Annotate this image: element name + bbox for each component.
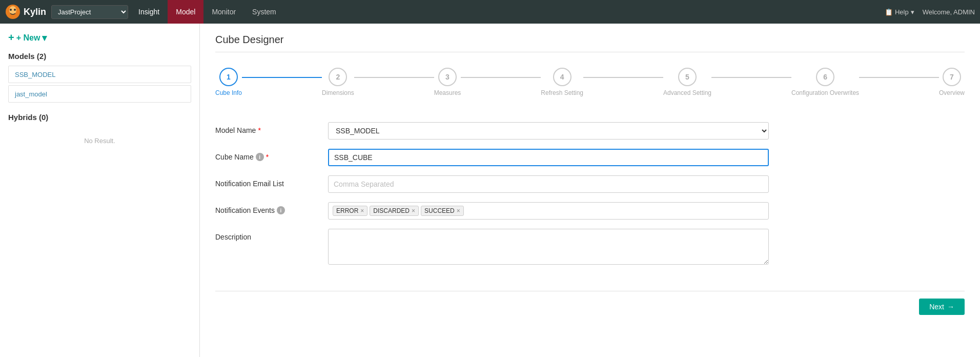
- cube-name-control: [328, 149, 769, 166]
- connector-5-6: [711, 77, 791, 78]
- nav-item-insight[interactable]: Insight: [130, 0, 168, 24]
- project-selector[interactable]: JastProject: [51, 5, 128, 19]
- step-6-label: Configuration Overwrites: [791, 89, 859, 96]
- models-section-title: Models (2): [8, 52, 191, 61]
- connector-4-5: [583, 77, 663, 78]
- main-content: Cube Designer 1 Cube Info 2 Dimensions 3…: [200, 24, 980, 357]
- next-button[interactable]: Next →: [919, 299, 965, 315]
- step-4[interactable]: 4 Refresh Setting: [541, 68, 583, 96]
- next-arrow-icon: →: [947, 303, 954, 311]
- models-list: SSB_MODEL jast_model: [8, 66, 191, 103]
- svg-point-3: [14, 9, 16, 11]
- new-button[interactable]: + + New ▾: [8, 32, 191, 44]
- stepper: 1 Cube Info 2 Dimensions 3 Measures 4 Re…: [215, 63, 965, 102]
- tag-error-label: ERROR: [336, 207, 358, 214]
- step-6-circle: 6: [816, 68, 834, 86]
- hybrids-section-title: Hybrids (0): [8, 113, 191, 122]
- list-item[interactable]: jast_model: [8, 85, 191, 103]
- notification-events-row: Notification Events i ERROR × DISCARDED …: [215, 202, 965, 220]
- notification-email-control: [328, 175, 769, 193]
- description-label: Description: [215, 229, 328, 241]
- cube-name-required: *: [266, 153, 269, 161]
- connector-1-2: [242, 77, 322, 78]
- notification-events-label: Notification Events i: [215, 202, 328, 214]
- help-button[interactable]: 📋 Help ▾: [885, 8, 914, 16]
- step-2-circle: 2: [329, 68, 347, 86]
- notification-events-control: ERROR × DISCARDED × SUCCEED ×: [328, 202, 769, 220]
- step-3-circle: 3: [438, 68, 457, 86]
- step-7-circle: 7: [943, 68, 961, 86]
- no-result-label: No Result.: [8, 127, 191, 155]
- jast-model-link[interactable]: jast_model: [15, 90, 47, 98]
- cube-name-row: Cube Name i *: [215, 149, 965, 166]
- step-2[interactable]: 2 Dimensions: [322, 68, 354, 96]
- description-row: Description: [215, 229, 965, 266]
- help-chevron-icon: ▾: [911, 8, 914, 16]
- cube-name-info-icon: i: [256, 153, 264, 161]
- step-4-circle: 4: [553, 68, 571, 86]
- topnav-right: 📋 Help ▾ Welcome, ADMIN: [885, 8, 975, 16]
- list-item[interactable]: SSB_MODEL: [8, 66, 191, 83]
- nav-item-model[interactable]: Model: [168, 0, 203, 24]
- step-3-label: Measures: [434, 89, 461, 96]
- welcome-label: Welcome, ADMIN: [923, 8, 975, 16]
- notification-events-info-icon: i: [277, 206, 285, 214]
- tag-error-remove[interactable]: ×: [360, 207, 364, 214]
- step-1-circle: 1: [219, 68, 238, 86]
- step-1-label: Cube Info: [215, 89, 242, 96]
- description-control: [328, 229, 769, 266]
- connector-6-7: [859, 77, 939, 78]
- ssb-model-link[interactable]: SSB_MODEL: [15, 71, 55, 78]
- description-input[interactable]: [328, 229, 769, 265]
- step-5[interactable]: 5 Advanced Setting: [663, 68, 711, 96]
- connector-2-3: [354, 77, 434, 78]
- plus-icon: +: [8, 32, 14, 44]
- tag-discarded-label: DISCARDED: [373, 207, 410, 214]
- svg-point-2: [10, 9, 12, 11]
- notification-email-input[interactable]: [328, 175, 769, 193]
- tag-discarded-remove[interactable]: ×: [412, 207, 415, 214]
- step-4-label: Refresh Setting: [541, 89, 583, 96]
- tag-discarded: DISCARDED ×: [370, 206, 419, 216]
- nav-item-monitor[interactable]: Monitor: [203, 0, 244, 24]
- page-title: Cube Designer: [215, 34, 965, 52]
- model-name-row: Model Name * SSB_MODELjast_model: [215, 122, 965, 140]
- model-name-required: *: [258, 126, 260, 134]
- notification-tags-input[interactable]: ERROR × DISCARDED × SUCCEED ×: [328, 202, 769, 220]
- step-1[interactable]: 1 Cube Info: [215, 68, 242, 96]
- step-5-circle: 5: [678, 68, 697, 86]
- kylin-logo-icon: [5, 4, 21, 19]
- sidebar: + + New ▾ Models (2) SSB_MODEL jast_mode…: [0, 24, 200, 357]
- step-5-label: Advanced Setting: [663, 89, 711, 96]
- notification-email-row: Notification Email List: [215, 175, 965, 193]
- model-name-label: Model Name *: [215, 122, 328, 134]
- new-chevron-icon: ▾: [42, 32, 47, 44]
- step-6[interactable]: 6 Configuration Overwrites: [791, 68, 859, 96]
- cube-name-label: Cube Name i *: [215, 149, 328, 161]
- brand-logo: Kylin: [5, 4, 46, 19]
- help-icon: 📋: [885, 8, 893, 16]
- step-7[interactable]: 7 Overview: [939, 68, 965, 96]
- nav-item-system[interactable]: System: [244, 0, 284, 24]
- step-3[interactable]: 3 Measures: [434, 68, 461, 96]
- connector-3-4: [461, 77, 541, 78]
- tag-succeed: SUCCEED ×: [421, 206, 464, 216]
- main-layout: + + New ▾ Models (2) SSB_MODEL jast_mode…: [0, 24, 980, 357]
- tag-succeed-label: SUCCEED: [424, 207, 455, 214]
- notification-email-label: Notification Email List: [215, 175, 328, 188]
- step-7-label: Overview: [939, 89, 965, 96]
- top-navigation: Kylin JastProject Insight Model Monitor …: [0, 0, 980, 24]
- cube-name-input[interactable]: [328, 149, 769, 166]
- cube-info-form: Model Name * SSB_MODELjast_model Cube Na…: [215, 117, 965, 281]
- model-name-control: SSB_MODELjast_model: [328, 122, 769, 140]
- form-footer: Next →: [215, 291, 965, 315]
- tag-succeed-remove[interactable]: ×: [457, 207, 460, 214]
- model-name-select[interactable]: SSB_MODELjast_model: [328, 122, 769, 140]
- tag-error: ERROR ×: [333, 206, 368, 216]
- brand-name: Kylin: [24, 7, 46, 17]
- step-2-label: Dimensions: [322, 89, 354, 96]
